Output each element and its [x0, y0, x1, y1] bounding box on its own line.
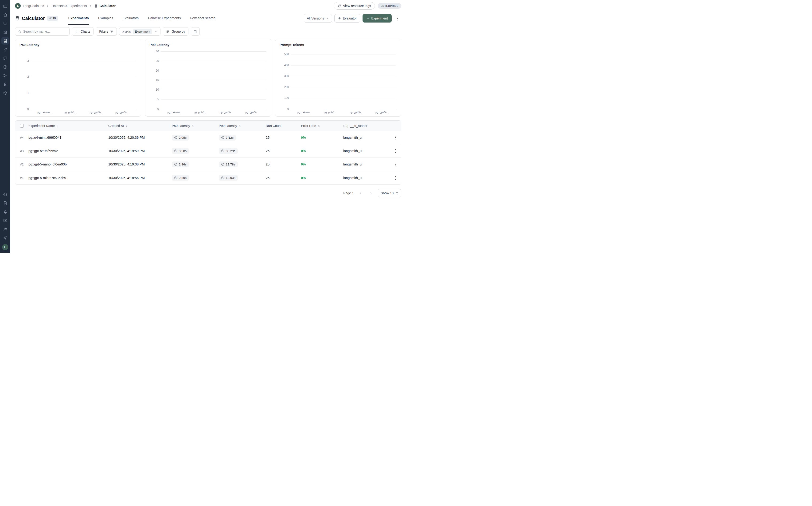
run-count-cell: 25 [266, 176, 301, 180]
breadcrumb-org[interactable]: LangChain Inc [23, 4, 44, 8]
x-axis-tick: pg::o4-min... [32, 111, 58, 113]
chevron-right-icon [46, 4, 49, 7]
database-icon [15, 16, 20, 21]
view-resource-tags-button[interactable]: View resource tags [334, 2, 375, 10]
charts-row: P50 Latency 0123 pg::o4-min...pg::gpt-5:… [15, 39, 401, 117]
col-p50-latency[interactable]: P50 Latency↑↓ [172, 124, 219, 128]
breadcrumb-section[interactable]: Datasets & Experiments [52, 4, 87, 8]
table-row[interactable]: #3pg::gpt-5::9bf5559210/30/2025, 4:19:59… [15, 144, 401, 158]
error-rate-cell: 0% [301, 162, 343, 166]
braces-icon: {…} [343, 124, 348, 128]
playground-icon[interactable] [1, 63, 9, 71]
row-menu-button[interactable]: ⋮ [390, 176, 401, 180]
runner-cell: langsmith_ui [343, 176, 390, 180]
invite-user-icon[interactable] [1, 225, 9, 233]
tracing-projects-icon[interactable] [1, 20, 9, 27]
clock-icon [174, 163, 178, 166]
experiment-name[interactable]: pg::gpt-5::9bf55592 [28, 149, 108, 153]
hub-icon[interactable] [1, 89, 9, 97]
x-axis-tick: pg::gpt-5-... [369, 111, 395, 113]
columns-icon [193, 30, 197, 33]
clock-icon [221, 136, 224, 139]
mail-icon[interactable] [1, 217, 9, 224]
p50-latency-cell: 2.86s [172, 161, 219, 167]
y-axis-tick: 15 [149, 78, 159, 82]
y-axis-tick: 25 [149, 59, 159, 63]
chart-title: Prompt Tokens [280, 43, 397, 47]
tab-few-shot-search[interactable]: Few-shot search [190, 12, 216, 25]
org-avatar[interactable]: L [15, 3, 21, 9]
col-created-at[interactable]: Created At↓ [108, 124, 172, 128]
tab-evaluators[interactable]: Evaluators [122, 12, 139, 25]
columns-button[interactable] [191, 27, 200, 36]
versions-dropdown[interactable]: All Versions [304, 14, 332, 22]
annotation-queues-icon[interactable] [1, 46, 9, 53]
tab-pairwise-experiments[interactable]: Pairwise Experiments [147, 12, 181, 25]
experiment-name[interactable]: pg::o4-mini::696f0041 [28, 136, 108, 140]
table-row[interactable]: #1pg::gpt-5-mini::7c636db910/30/2025, 4:… [15, 171, 401, 184]
row-menu-button[interactable]: ⋮ [390, 162, 401, 166]
col-experiment-name[interactable]: Experiment Name↑↓ [28, 124, 108, 128]
theme-icon[interactable] [1, 234, 9, 242]
workflows-icon[interactable] [1, 72, 9, 79]
xaxis-dropdown[interactable]: x-axis Experiment [119, 27, 160, 36]
created-at: 10/30/2025, 4:18:56 PM [108, 176, 172, 180]
charts-button[interactable]: Charts [72, 27, 93, 36]
run-count-cell: 25 [266, 149, 301, 153]
chart-x-labels: pg::o4-min...pg::gpt-5:...pg::gpt-5-...p… [161, 111, 266, 113]
col-run-count[interactable]: Run Count [266, 124, 301, 128]
prompts-icon[interactable] [1, 55, 9, 62]
y-axis-tick: 500 [280, 53, 289, 56]
select-all-checkbox[interactable] [20, 124, 24, 128]
sidebar-toggle-icon[interactable] [1, 2, 9, 10]
id-chip[interactable]: ID [47, 16, 58, 21]
prev-page-button[interactable] [357, 190, 364, 197]
table-row[interactable]: #4pg::o4-mini::696f004110/30/2025, 4:20:… [15, 131, 401, 144]
created-at: 10/30/2025, 4:20:36 PM [108, 136, 172, 140]
chart-card-p99-latency: P99 Latency 051015202530 pg::o4-min...pg… [145, 39, 271, 117]
chart-title: P50 Latency [19, 43, 137, 47]
runner-cell: langsmith_ui [343, 136, 390, 140]
deployments-icon[interactable] [1, 81, 9, 88]
p99-latency-cell: 12.03s [219, 175, 266, 181]
pagination: Page 1 Show 10 [15, 189, 401, 197]
x-axis-tick: pg::gpt-5-... [109, 111, 135, 113]
settings-icon[interactable] [1, 190, 9, 198]
add-experiment-button[interactable]: Experiment [362, 14, 392, 22]
col-ls-runner[interactable]: {…}__ls_runner [343, 124, 390, 128]
row-menu-button[interactable]: ⋮ [390, 136, 401, 140]
docs-icon[interactable] [1, 199, 9, 207]
chart-plot: 0123 [31, 51, 136, 109]
plan-badge: ENTERPRISE [378, 3, 401, 9]
chart-bars [31, 51, 136, 109]
col-p99-latency[interactable]: P99 Latency↑↓ [219, 124, 266, 128]
clock-icon [174, 176, 178, 179]
experiment-name[interactable]: pg::gpt-5-nano::df0ea93b [28, 162, 108, 166]
page-size-select[interactable]: Show 10 [378, 189, 401, 197]
notifications-icon[interactable] [1, 208, 9, 216]
col-error-rate[interactable]: Error Rate↑↓ [301, 124, 343, 128]
tab-bar: Experiments Examples Evaluators Pairwise… [68, 12, 216, 25]
breadcrumb-page[interactable]: Calculator [94, 4, 115, 8]
table-row[interactable]: #2pg::gpt-5-nano::df0ea93b10/30/2025, 4:… [15, 158, 401, 171]
filters-button[interactable]: Filters [96, 27, 117, 36]
add-evaluator-button[interactable]: Evaluator [334, 14, 360, 22]
user-avatar[interactable]: L [2, 244, 8, 250]
datasets-icon[interactable] [1, 37, 9, 45]
dashboards-icon[interactable] [1, 28, 9, 36]
row-menu-button[interactable]: ⋮ [390, 149, 401, 153]
x-axis-tick: pg::gpt-5-... [213, 111, 239, 113]
group-by-button[interactable]: Group by [163, 27, 189, 36]
y-axis-tick: 100 [280, 96, 289, 99]
experiment-name[interactable]: pg::gpt-5-mini::7c636db9 [28, 176, 108, 180]
table-header: Experiment Name↑↓ Created At↓ P50 Latenc… [15, 120, 401, 131]
next-page-button[interactable] [367, 190, 375, 197]
page-menu-button[interactable]: ⋮ [394, 15, 401, 22]
x-axis-tick: pg::o4-min... [292, 111, 318, 113]
bar-chart-icon [75, 30, 79, 33]
x-axis-tick: pg::gpt-5:... [318, 111, 343, 113]
search-input[interactable] [23, 29, 66, 33]
tab-experiments[interactable]: Experiments [68, 12, 89, 25]
home-icon[interactable] [1, 11, 9, 18]
tab-examples[interactable]: Examples [98, 12, 114, 25]
